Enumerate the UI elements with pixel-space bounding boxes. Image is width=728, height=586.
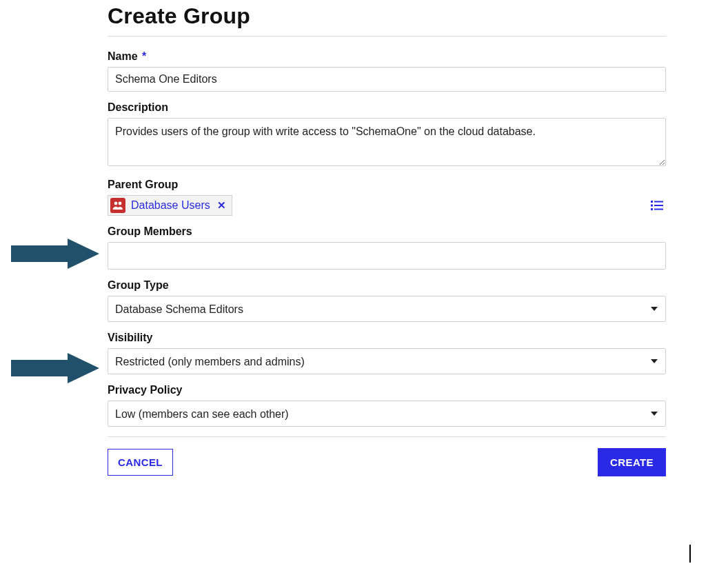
create-group-form: Create Group Name * Description Provides… bbox=[108, 3, 666, 476]
field-description: Description Provides users of the group … bbox=[108, 101, 666, 169]
svg-rect-8 bbox=[651, 208, 653, 210]
remove-icon[interactable]: ✕ bbox=[216, 199, 228, 212]
name-label-text: Name bbox=[108, 50, 138, 62]
group-members-label: Group Members bbox=[108, 225, 666, 238]
parent-group-chip[interactable]: Database Users ✕ bbox=[108, 195, 232, 216]
form-footer: CANCEL CREATE bbox=[108, 448, 666, 476]
field-name: Name * bbox=[108, 50, 666, 92]
name-input[interactable] bbox=[108, 67, 666, 92]
svg-rect-5 bbox=[654, 201, 663, 203]
divider bbox=[108, 36, 666, 37]
parent-group-chip-label: Database Users bbox=[131, 199, 210, 212]
description-textarea[interactable]: Provides users of the group with write a… bbox=[108, 118, 666, 166]
create-button[interactable]: CREATE bbox=[598, 448, 666, 476]
svg-point-3 bbox=[119, 202, 122, 205]
name-label: Name * bbox=[108, 50, 666, 63]
text-caret bbox=[689, 545, 691, 563]
svg-marker-0 bbox=[11, 239, 99, 269]
svg-rect-7 bbox=[654, 205, 663, 206]
users-group-icon bbox=[110, 198, 125, 213]
field-privacy-policy: Privacy Policy Low (members can see each… bbox=[108, 384, 666, 427]
list-icon[interactable] bbox=[648, 198, 666, 213]
divider bbox=[108, 436, 666, 437]
group-type-select[interactable]: Database Schema Editors bbox=[108, 296, 666, 322]
svg-point-2 bbox=[114, 202, 118, 205]
annotation-arrow-parent-group bbox=[11, 239, 94, 269]
description-label: Description bbox=[108, 101, 666, 114]
privacy-policy-label: Privacy Policy bbox=[108, 384, 666, 396]
group-members-input[interactable] bbox=[108, 242, 666, 270]
page-title: Create Group bbox=[108, 3, 666, 29]
annotation-arrow-group-type bbox=[11, 353, 94, 383]
svg-marker-1 bbox=[11, 353, 99, 383]
field-parent-group: Parent Group Database Users ✕ bbox=[108, 179, 666, 216]
privacy-policy-select[interactable]: Low (members can see each other) bbox=[108, 401, 666, 427]
parent-group-label: Parent Group bbox=[108, 179, 666, 191]
visibility-select[interactable]: Restricted (only members and admins) bbox=[108, 348, 666, 374]
svg-rect-9 bbox=[654, 209, 663, 210]
required-asterisk: * bbox=[142, 50, 146, 62]
group-type-label: Group Type bbox=[108, 279, 666, 292]
svg-rect-6 bbox=[651, 205, 653, 207]
field-visibility: Visibility Restricted (only members and … bbox=[108, 332, 666, 374]
visibility-label: Visibility bbox=[108, 332, 666, 344]
field-group-members: Group Members bbox=[108, 225, 666, 270]
field-group-type: Group Type Database Schema Editors bbox=[108, 279, 666, 322]
cancel-button[interactable]: CANCEL bbox=[108, 449, 173, 476]
svg-rect-4 bbox=[651, 201, 653, 203]
